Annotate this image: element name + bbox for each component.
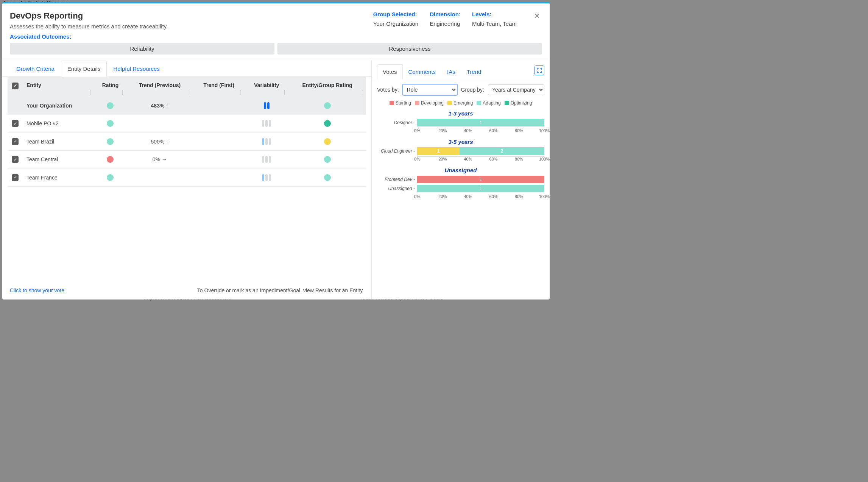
outcome-responsiveness[interactable]: Responsiveness	[277, 43, 542, 55]
left-tabs: Growth Criteria Entity Details Helpful R…	[2, 60, 371, 77]
close-icon[interactable]: ✕	[532, 11, 542, 21]
axis-tick: 80%	[515, 194, 523, 199]
arrow-right-icon	[162, 156, 167, 162]
meta-dimension-label: Dimension:	[430, 11, 461, 17]
page-title: DevOps Reporting	[10, 11, 373, 21]
row-checkbox[interactable]: ✓	[12, 138, 19, 145]
expand-icon[interactable]	[535, 66, 544, 75]
table-row: Your Organization483%	[8, 97, 366, 115]
group-rating-dot	[324, 156, 331, 163]
axis-tick: 40%	[464, 128, 472, 133]
axis-tick: 100%	[539, 157, 550, 161]
chart-segment: 1	[417, 185, 544, 192]
chart-row: Designer -1	[377, 119, 544, 126]
right-panel: Votes Comments IAs Trend Votes by: Role …	[372, 60, 550, 299]
select-all-checkbox[interactable]: ✓	[12, 83, 19, 89]
trend-first	[193, 114, 245, 133]
axis-tick: 20%	[438, 194, 447, 199]
legend-item: Optimizing	[505, 100, 532, 106]
trend-prev: 0%	[126, 150, 193, 168]
variability-bars	[262, 138, 271, 145]
tab-comments[interactable]: Comments	[403, 64, 442, 79]
rating-dot	[107, 138, 114, 145]
trend-first	[193, 133, 245, 151]
tab-votes[interactable]: Votes	[377, 64, 403, 79]
rating-dot	[107, 120, 114, 127]
col-entity[interactable]: Entity↑↓	[23, 77, 94, 97]
tab-ias[interactable]: IAs	[441, 64, 461, 79]
chart-segment: 1	[417, 119, 544, 126]
group-rating-dot	[324, 174, 331, 181]
chart-title: 1-3 years	[377, 110, 544, 117]
arrow-up-icon	[166, 103, 168, 109]
entity-name: Mobile PO #2	[23, 114, 94, 133]
col-entity-group-rating[interactable]: Entity/Group Rating↑↓	[288, 77, 366, 97]
table-row: ✓Team Central0%	[8, 150, 366, 168]
meta-group-selected: Group Selected: Your Organization	[373, 11, 419, 27]
tab-growth-criteria[interactable]: Growth Criteria	[10, 61, 61, 77]
meta-group-label: Group Selected:	[373, 11, 419, 17]
meta-dimension: Dimension: Engineering	[430, 11, 461, 27]
meta-levels-value: Multi-Team, Team	[472, 20, 517, 27]
row-checkbox[interactable]: ✓	[12, 156, 19, 163]
axis-tick: 60%	[489, 128, 498, 133]
col-rating[interactable]: Rating↑↓	[94, 77, 126, 97]
legend-item: Adapting	[477, 100, 500, 106]
trend-prev	[126, 114, 193, 133]
row-checkbox[interactable]: ✓	[12, 120, 19, 127]
associated-outcomes-label: Associated Outcomes:	[2, 33, 550, 43]
chart-axis: 0%20%40%60%80%100%	[417, 156, 544, 163]
col-trend-first[interactable]: Trend (First)↑↓	[193, 77, 245, 97]
axis-tick: 100%	[539, 128, 550, 133]
outcome-reliability[interactable]: Reliability	[10, 43, 274, 55]
chart-legend: StartingDevelopingEmergingAdaptingOptimi…	[372, 98, 550, 109]
entity-name: Team Central	[23, 150, 94, 168]
legend-item: Emerging	[447, 100, 473, 106]
table-row: ✓Team Brazil500%	[8, 133, 366, 151]
row-checkbox[interactable]: ✓	[12, 174, 19, 181]
entity-name: Your Organization	[23, 97, 94, 115]
chart-bar: 1	[417, 176, 544, 183]
chart-block: 1-3 yearsDesigner -10%20%40%60%80%100%	[372, 109, 550, 138]
rating-dot	[107, 156, 114, 163]
chart-axis: 0%20%40%60%80%100%	[417, 194, 544, 201]
entity-name: Team France	[23, 168, 94, 187]
chart-row-label: Unassigned -	[377, 186, 415, 191]
col-variability[interactable]: Variability↑↓	[245, 77, 288, 97]
trend-first	[193, 150, 245, 168]
tab-entity-details[interactable]: Entity Details	[61, 61, 107, 77]
tab-trend[interactable]: Trend	[461, 64, 487, 79]
modal-header: DevOps Reporting Assesses the ability to…	[2, 3, 550, 33]
axis-tick: 20%	[438, 157, 447, 161]
tab-helpful-resources[interactable]: Helpful Resources	[107, 61, 166, 77]
show-your-vote-link[interactable]: Click to show your vote	[10, 287, 64, 293]
chart-segment: 2	[460, 147, 544, 155]
legend-swatch	[505, 101, 509, 105]
group-rating-dot	[324, 120, 331, 127]
legend-label: Developing	[421, 100, 444, 106]
axis-tick: 100%	[539, 194, 550, 199]
chart-segment: 1	[417, 147, 460, 155]
rating-dot	[107, 102, 114, 109]
entity-table: ✓ Entity↑↓ Rating↑↓ Trend (Previous)↑↓ T…	[8, 77, 366, 187]
axis-tick: 0%	[414, 157, 420, 161]
axis-tick: 20%	[438, 128, 447, 133]
group-by-select[interactable]: Years at Company	[488, 84, 544, 95]
left-panel: Growth Criteria Entity Details Helpful R…	[2, 60, 372, 299]
votes-by-select[interactable]: Role	[403, 84, 457, 95]
legend-swatch	[415, 101, 419, 105]
chart-row-label: Cloud Engineer -	[377, 148, 415, 154]
right-tabs: Votes Comments IAs Trend	[377, 64, 487, 79]
chart-row-label: Frontend Dev -	[377, 177, 415, 182]
charts-container: 1-3 yearsDesigner -10%20%40%60%80%100%3-…	[372, 109, 550, 204]
axis-tick: 80%	[515, 157, 523, 161]
trend-first	[193, 97, 245, 115]
col-trend-prev[interactable]: Trend (Previous)↑↓	[126, 77, 193, 97]
rating-dot	[107, 174, 114, 181]
chart-bar: 1	[417, 185, 544, 192]
meta-group-value: Your Organization	[373, 20, 419, 27]
axis-tick: 80%	[515, 128, 523, 133]
trend-prev	[126, 168, 193, 187]
table-row: ✓Team France	[8, 168, 366, 187]
chart-row: Frontend Dev -1	[377, 176, 544, 183]
